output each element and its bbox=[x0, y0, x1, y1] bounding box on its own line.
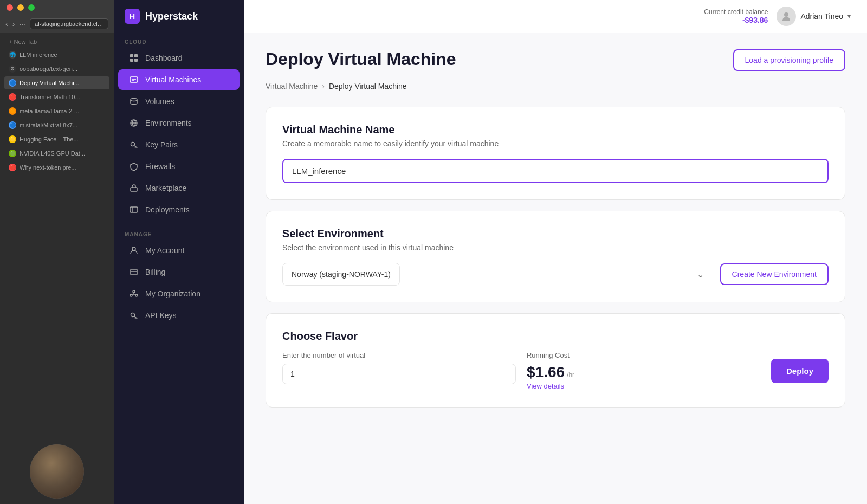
running-cost-col: Running Cost $1.66 /hr View details bbox=[527, 351, 760, 391]
env-select-wrapper: Norway (staging-NORWAY-1) US East EU Wes… bbox=[282, 263, 711, 286]
view-details-link[interactable]: View details bbox=[527, 382, 564, 390]
svg-rect-2 bbox=[130, 59, 133, 62]
forward-button[interactable]: › bbox=[12, 20, 15, 28]
deploy-col: Deploy bbox=[771, 351, 829, 391]
tab-next-token[interactable]: 🔴 Why next-token pre... bbox=[4, 161, 109, 174]
sidebar-item-dashboard[interactable]: Dashboard bbox=[118, 48, 240, 68]
maximize-button[interactable] bbox=[28, 4, 35, 11]
logo-icon: H bbox=[125, 9, 140, 24]
tab-icon: 🔴 bbox=[9, 164, 16, 171]
select-env-title: Select Environment bbox=[282, 228, 829, 240]
flavor-card-title: Choose Flavor bbox=[282, 330, 829, 343]
tab-icon: ⚙ bbox=[9, 65, 16, 73]
tab-mistral[interactable]: 🔵 mistralai/Mixtral-8x7... bbox=[4, 119, 109, 132]
avatar bbox=[777, 7, 796, 26]
webcam-image bbox=[30, 444, 84, 499]
svg-rect-0 bbox=[130, 54, 133, 57]
load-provisioning-profile-button[interactable]: Load a provisioning profile bbox=[733, 49, 845, 71]
svg-point-16 bbox=[133, 290, 135, 293]
address-bar[interactable]: al-staging.ngbackend.cloud bbox=[30, 18, 108, 29]
sidebar: H Hyperstack CLOUD Dashboard Virtual Mac… bbox=[114, 0, 244, 504]
volumes-icon bbox=[129, 96, 139, 106]
choose-flavor-card: Choose Flavor Enter the number of virtua… bbox=[266, 313, 845, 408]
tab-transformer[interactable]: 🔴 Transformer Math 10... bbox=[4, 91, 109, 104]
app-container: H Hyperstack CLOUD Dashboard Virtual Mac… bbox=[114, 0, 867, 504]
tab-hugging-face[interactable]: 🟡 Hugging Face – The... bbox=[4, 133, 109, 146]
tab-icon: 🔵 bbox=[9, 121, 16, 129]
select-env-row: Norway (staging-NORWAY-1) US East EU Wes… bbox=[282, 263, 829, 286]
browser-nav: ‹ › ··· al-staging.ngbackend.cloud bbox=[0, 15, 114, 33]
account-icon bbox=[129, 245, 139, 255]
tab-icon: 🔴 bbox=[9, 93, 16, 101]
svg-rect-3 bbox=[134, 59, 138, 62]
tab-label: LLM inference bbox=[20, 51, 57, 58]
breadcrumb-separator: › bbox=[322, 82, 325, 91]
svg-point-7 bbox=[131, 99, 137, 101]
manage-section-label: MANAGE bbox=[114, 227, 244, 240]
logo-area: H Hyperstack bbox=[114, 9, 244, 35]
sidebar-label: Deployments bbox=[145, 205, 190, 214]
user-area[interactable]: Adrian Tineo ▾ bbox=[777, 7, 851, 26]
cost-display: $1.66 /hr bbox=[527, 364, 760, 381]
quantity-label: Enter the number of virtual bbox=[282, 351, 516, 359]
more-button[interactable]: ··· bbox=[19, 20, 25, 28]
breadcrumb-parent[interactable]: Virtual Machine bbox=[266, 82, 318, 91]
vm-name-input[interactable] bbox=[282, 159, 829, 183]
create-new-environment-button[interactable]: Create New Environment bbox=[720, 263, 829, 285]
sidebar-item-api-keys[interactable]: API Keys bbox=[118, 305, 240, 326]
sidebar-item-billing[interactable]: Billing bbox=[118, 262, 240, 282]
tab-label: meta-llama/Llama-2-... bbox=[20, 108, 79, 114]
sidebar-item-my-account[interactable]: My Account bbox=[118, 240, 240, 261]
tab-deploy-vm[interactable]: 🔵 Deploy Virtual Machi... bbox=[4, 76, 109, 89]
tab-label: Transformer Math 10... bbox=[20, 94, 80, 100]
key-icon bbox=[129, 140, 139, 150]
sidebar-item-my-organization[interactable]: My Organization bbox=[118, 283, 240, 304]
page-header: Deploy Virtual Machine Load a provisioni… bbox=[266, 49, 845, 71]
sidebar-label: Environments bbox=[145, 119, 192, 127]
sidebar-item-environments[interactable]: Environments bbox=[118, 113, 240, 133]
sidebar-label: Dashboard bbox=[145, 54, 183, 62]
back-button[interactable]: ‹ bbox=[5, 20, 8, 28]
minimize-button[interactable] bbox=[17, 4, 24, 11]
sidebar-item-virtual-machines[interactable]: Virtual Machines bbox=[118, 69, 240, 90]
quantity-col: Enter the number of virtual bbox=[282, 351, 516, 391]
tab-oobabooga[interactable]: ⚙ oobabooga/text-gen... bbox=[4, 62, 109, 75]
close-button[interactable] bbox=[7, 4, 13, 11]
dashboard-icon bbox=[129, 53, 139, 63]
browser-panel: ‹ › ··· al-staging.ngbackend.cloud + New… bbox=[0, 0, 114, 504]
sidebar-label: My Organization bbox=[145, 289, 200, 298]
sidebar-item-deployments[interactable]: Deployments bbox=[118, 199, 240, 220]
tab-icon: 🌐 bbox=[9, 51, 16, 59]
titlebar bbox=[0, 0, 114, 15]
svg-rect-4 bbox=[130, 77, 138, 82]
sidebar-label: Key Pairs bbox=[145, 140, 178, 149]
tab-label: oobabooga/text-gen... bbox=[20, 66, 77, 72]
select-env-desc: Select the environment used in this virt… bbox=[282, 243, 829, 252]
sidebar-label: API Keys bbox=[145, 311, 177, 320]
running-cost-label: Running Cost bbox=[527, 351, 760, 359]
vm-name-card-title: Virtual Machine Name bbox=[282, 124, 829, 136]
quantity-input[interactable] bbox=[282, 364, 516, 384]
tab-label: Deploy Virtual Machi... bbox=[20, 80, 79, 86]
tab-llm-inference[interactable]: 🌐 LLM inference bbox=[4, 48, 109, 61]
tab-icon: 🟠 bbox=[9, 107, 16, 115]
env-select[interactable]: Norway (staging-NORWAY-1) US East EU Wes… bbox=[282, 263, 400, 286]
tab-icon: 🟡 bbox=[9, 135, 16, 143]
tab-label: mistralai/Mixtral-8x7... bbox=[20, 122, 77, 128]
sidebar-item-firewalls[interactable]: Firewalls bbox=[118, 156, 240, 177]
tab-meta-llama[interactable]: 🟠 meta-llama/Llama-2-... bbox=[4, 105, 109, 118]
svg-rect-11 bbox=[130, 207, 138, 212]
svg-rect-10 bbox=[131, 188, 137, 191]
sidebar-item-key-pairs[interactable]: Key Pairs bbox=[118, 134, 240, 155]
tab-nvidia[interactable]: 🟢 NVIDIA L40S GPU Dat... bbox=[4, 147, 109, 160]
sidebar-item-marketplace[interactable]: Marketplace bbox=[118, 178, 240, 198]
deploy-button[interactable]: Deploy bbox=[771, 359, 829, 383]
cost-unit: /hr bbox=[567, 371, 574, 379]
tab-label: Why next-token pre... bbox=[20, 164, 76, 171]
apikeys-icon bbox=[129, 311, 139, 320]
top-bar: Current credit balance -$93.86 Adrian Ti… bbox=[244, 0, 867, 33]
chevron-down-icon: ▾ bbox=[847, 12, 851, 20]
sidebar-item-volumes[interactable]: Volumes bbox=[118, 91, 240, 112]
new-tab-button[interactable]: + New Tab bbox=[4, 36, 109, 47]
marketplace-icon bbox=[129, 183, 139, 193]
